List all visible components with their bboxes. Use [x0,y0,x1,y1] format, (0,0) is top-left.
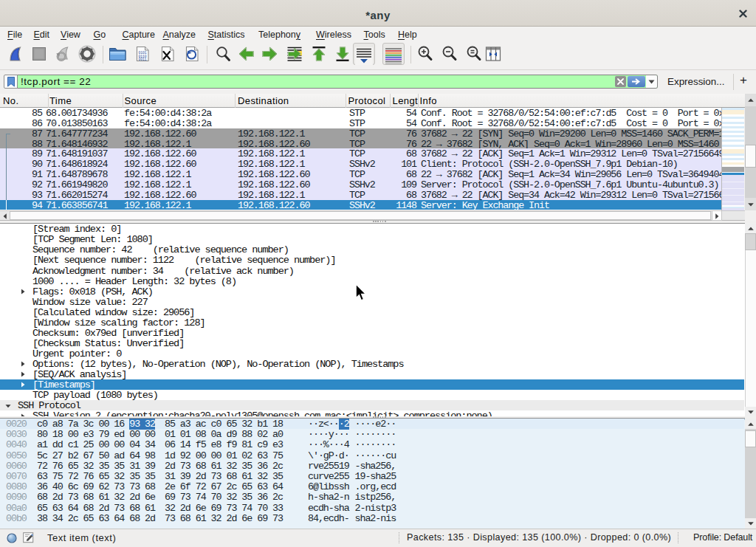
svg-text:0011: 0011 [139,58,147,61]
